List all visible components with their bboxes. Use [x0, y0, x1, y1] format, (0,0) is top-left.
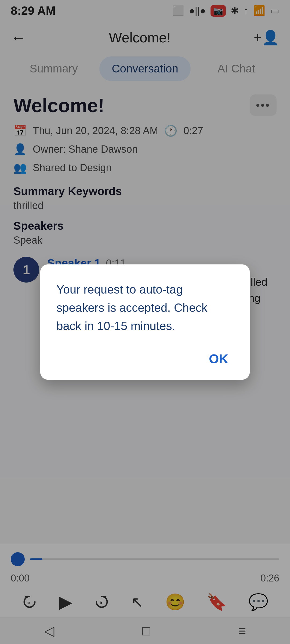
dialog: Your request to auto-tag speakers is acc… — [40, 264, 250, 380]
dialog-actions: OK — [56, 349, 234, 369]
dialog-ok-button[interactable]: OK — [204, 349, 234, 369]
dialog-message: Your request to auto-tag speakers is acc… — [56, 280, 234, 335]
